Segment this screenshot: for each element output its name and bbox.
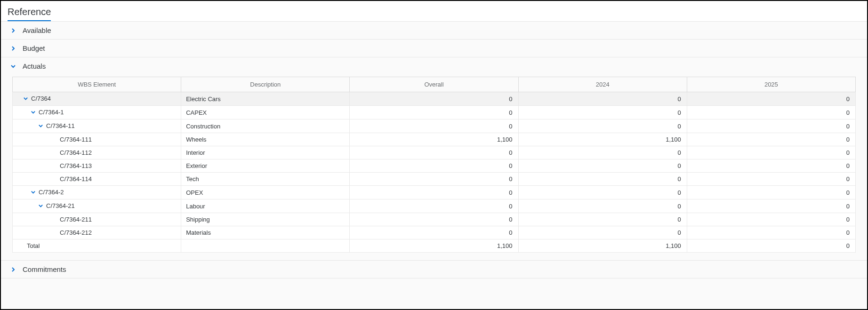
total-desc-cell xyxy=(181,239,350,253)
wbs-cell: C/7364-111 xyxy=(13,133,181,146)
y2024-cell: 0 xyxy=(518,106,687,119)
y2024-cell: 0 xyxy=(518,186,687,199)
section-budget: Budget xyxy=(1,40,867,57)
col-header-wbs: WBS Element xyxy=(13,77,181,92)
y2025-cell: 0 xyxy=(687,213,855,226)
y2025-cell: 0 xyxy=(687,199,855,213)
tree-node[interactable]: C/7364-11 xyxy=(38,122,75,129)
description-cell: Wheels xyxy=(181,133,350,146)
chevron-right-icon xyxy=(10,267,16,272)
tree-node: C/7364-111 xyxy=(60,136,92,143)
description-cell: Exterior xyxy=(181,159,350,173)
overall-cell: 0 xyxy=(350,213,518,226)
table-row[interactable]: C/7364-111Wheels1,1001,1000 xyxy=(13,133,856,146)
description-cell: Electric Cars xyxy=(181,92,350,106)
wbs-cell: C/7364-21 xyxy=(13,199,181,213)
total-2025-cell: 0 xyxy=(687,239,855,253)
wbs-cell: C/7364-1 xyxy=(13,106,181,119)
overall-cell: 0 xyxy=(350,119,518,133)
app-frame: Reference Available Budget xyxy=(0,0,868,310)
tree-node: C/7364-114 xyxy=(60,175,92,183)
description-cell: Labour xyxy=(181,199,350,213)
table-row[interactable]: C/7364-113Exterior000 xyxy=(13,159,856,173)
tree-node[interactable]: C/7364 xyxy=(23,95,51,102)
actuals-table: WBS Element Description Overall 2024 202… xyxy=(12,77,856,253)
section-commitments-title: Commitments xyxy=(23,265,66,273)
y2025-cell: 0 xyxy=(687,146,855,159)
description-cell: Tech xyxy=(181,173,350,186)
section-commitments-header[interactable]: Commitments xyxy=(1,261,867,278)
table-row[interactable]: C/7364Electric Cars000 xyxy=(13,92,856,106)
col-header-desc: Description xyxy=(181,77,350,92)
section-available-header[interactable]: Available xyxy=(1,22,867,39)
wbs-cell: C/7364-211 xyxy=(13,213,181,226)
y2024-cell: 0 xyxy=(518,199,687,213)
wbs-label: C/7364-1 xyxy=(39,109,64,116)
wbs-cell: C/7364-112 xyxy=(13,146,181,159)
tree-node: C/7364-113 xyxy=(60,162,92,169)
wbs-label: C/7364-11 xyxy=(46,122,75,129)
table-total-row: Total1,1001,1000 xyxy=(13,239,856,253)
table-row[interactable]: C/7364-2OPEX000 xyxy=(13,186,856,199)
section-actuals-body: WBS Element Description Overall 2024 202… xyxy=(1,75,867,260)
col-header-overall: Overall xyxy=(350,77,518,92)
tree-node[interactable]: C/7364-2 xyxy=(31,189,64,196)
page-title: Reference xyxy=(8,5,51,21)
table-row[interactable]: C/7364-211Shipping000 xyxy=(13,213,856,226)
y2024-cell: 0 xyxy=(518,159,687,173)
section-budget-title: Budget xyxy=(23,44,45,52)
tree-node: C/7364-212 xyxy=(60,229,92,236)
wbs-cell: C/7364-113 xyxy=(13,159,181,173)
page-header: Reference xyxy=(1,1,867,22)
wbs-cell: C/7364 xyxy=(13,92,181,106)
description-cell: Interior xyxy=(181,146,350,159)
overall-cell: 0 xyxy=(350,199,518,213)
overall-cell: 0 xyxy=(350,92,518,106)
wbs-label: C/7364-211 xyxy=(60,216,92,223)
y2024-cell: 0 xyxy=(518,92,687,106)
total-2024-cell: 1,100 xyxy=(518,239,687,253)
chevron-down-icon xyxy=(31,110,36,115)
table-row[interactable]: C/7364-112Interior000 xyxy=(13,146,856,159)
section-actuals-header[interactable]: Actuals xyxy=(1,57,867,75)
chevron-right-icon xyxy=(10,46,16,51)
section-available-title: Available xyxy=(23,26,51,34)
wbs-label: C/7364-21 xyxy=(46,202,75,209)
description-cell: OPEX xyxy=(181,186,350,199)
y2024-cell: 0 xyxy=(518,226,687,239)
wbs-label: C/7364 xyxy=(31,95,51,102)
overall-cell: 0 xyxy=(350,173,518,186)
y2025-cell: 0 xyxy=(687,106,855,119)
y2025-cell: 0 xyxy=(687,186,855,199)
table-row[interactable]: C/7364-11Construction000 xyxy=(13,119,856,133)
description-cell: Materials xyxy=(181,226,350,239)
section-budget-header[interactable]: Budget xyxy=(1,40,867,57)
y2025-cell: 0 xyxy=(687,119,855,133)
table-header-row: WBS Element Description Overall 2024 202… xyxy=(13,77,856,92)
y2024-cell: 0 xyxy=(518,146,687,159)
chevron-down-icon xyxy=(31,190,36,195)
table-row[interactable]: C/7364-114Tech000 xyxy=(13,173,856,186)
description-cell: CAPEX xyxy=(181,106,350,119)
y2025-cell: 0 xyxy=(687,226,855,239)
wbs-label: C/7364-111 xyxy=(60,136,92,143)
table-row[interactable]: C/7364-21Labour000 xyxy=(13,199,856,213)
overall-cell: 1,100 xyxy=(350,133,518,146)
section-actuals: Actuals WBS Element Description Overall … xyxy=(1,57,867,261)
y2025-cell: 0 xyxy=(687,133,855,146)
y2024-cell: 0 xyxy=(518,173,687,186)
wbs-cell: C/7364-11 xyxy=(13,119,181,133)
chevron-down-icon xyxy=(38,123,43,128)
total-overall-cell: 1,100 xyxy=(350,239,518,253)
tree-node[interactable]: C/7364-21 xyxy=(38,202,75,209)
table-row[interactable]: C/7364-212Materials000 xyxy=(13,226,856,239)
section-commitments: Commitments xyxy=(1,261,867,278)
section-actuals-title: Actuals xyxy=(23,62,46,70)
overall-cell: 0 xyxy=(350,106,518,119)
tree-node[interactable]: C/7364-1 xyxy=(31,109,64,116)
wbs-cell: C/7364-114 xyxy=(13,173,181,186)
y2024-cell: 1,100 xyxy=(518,133,687,146)
overall-cell: 0 xyxy=(350,186,518,199)
section-available: Available xyxy=(1,22,867,40)
table-row[interactable]: C/7364-1CAPEX000 xyxy=(13,106,856,119)
